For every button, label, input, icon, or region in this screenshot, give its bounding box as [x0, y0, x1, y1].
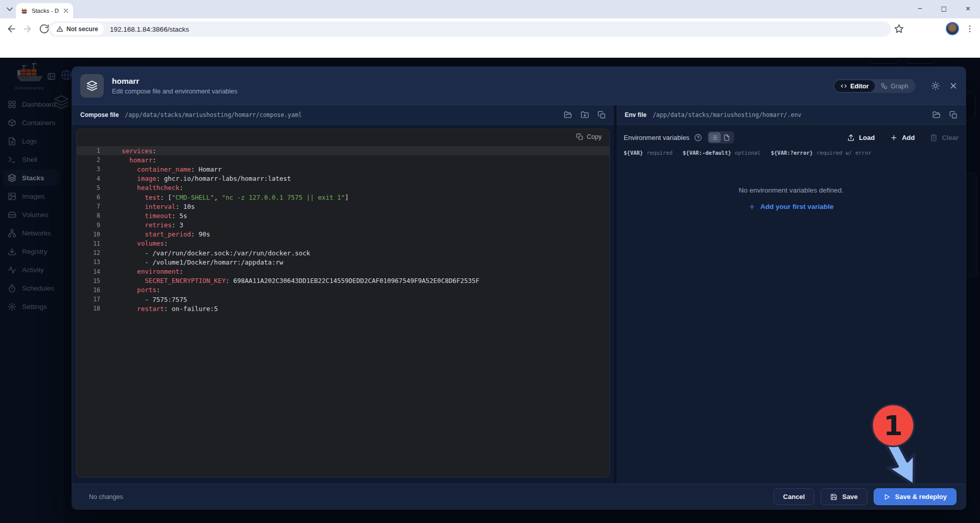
load-label: Load	[859, 134, 875, 141]
cancel-label: Cancel	[783, 493, 805, 501]
code-line[interactable]: 11 volumes:	[77, 239, 609, 248]
code-line[interactable]: 1services:	[77, 146, 609, 155]
theme-sun-icon[interactable]	[931, 81, 940, 90]
editor-view-button[interactable]: Editor	[834, 80, 875, 92]
code-line[interactable]: 5 healthcheck:	[77, 183, 609, 193]
security-label: Not secure	[66, 26, 98, 33]
modal-title: homarr	[112, 77, 237, 86]
code-line[interactable]: 16 ports:	[77, 286, 609, 295]
code-line[interactable]: 14 environment:	[77, 267, 609, 276]
save-redeploy-button[interactable]: Save & redeploy	[874, 488, 956, 505]
save-icon	[830, 493, 837, 501]
browser-toolbar: Not secure 192.168.1.84:3866/stacks	[0, 18, 980, 40]
help-icon[interactable]	[694, 134, 702, 141]
code-line[interactable]: 4 image: ghcr.io/homarr-labs/homarr:late…	[77, 174, 609, 183]
env-section-title: Environment variables	[624, 134, 690, 141]
env-file-label: Env file	[625, 111, 647, 118]
code-line[interactable]: 8 timeout: 5s	[77, 211, 609, 220]
env-file-path: /app/data/stacks/mariushosting/homarr/.e…	[653, 111, 802, 118]
code-text: image: ghcr.io/homarr-labs/homarr:latest	[122, 175, 291, 182]
back-icon[interactable]	[6, 23, 17, 34]
modal-close-icon[interactable]	[949, 81, 958, 90]
code-line[interactable]: 9 retries: 3	[77, 221, 609, 230]
code-line[interactable]: 17 - 7575:7575	[77, 295, 609, 304]
browser-chrome: Stacks - D ─ □ ✕ Not secure 192.168.1.84…	[0, 0, 980, 58]
code-line[interactable]: 2 homarr:	[77, 155, 609, 164]
code-text: volumes:	[122, 240, 168, 247]
tab-title: Stacks - D	[32, 8, 62, 14]
copy-path-icon[interactable]	[598, 111, 606, 119]
add-first-variable-button[interactable]: Add your first variable	[748, 203, 833, 210]
code-line[interactable]: 15 SECRET_ENCRYPTION_KEY: 698AA11A202C30…	[77, 276, 609, 286]
code-line[interactable]: 3 container_name: Homarr	[77, 164, 609, 174]
code-line[interactable]: 13 - /volume1/Docker/homarr:/appdata:rw	[77, 257, 609, 267]
line-number: 2	[77, 156, 100, 163]
modal-subtitle: Edit compose file and environment variab…	[112, 88, 237, 95]
env-legend-item: ${VAR:-default}optional	[683, 150, 761, 156]
line-number: 8	[77, 212, 100, 219]
code-line[interactable]: 7 interval: 10s	[77, 202, 609, 211]
env-copy-path-icon[interactable]	[949, 111, 958, 119]
reload-icon[interactable]	[39, 23, 50, 34]
env-empty-text: No environment variables defined.	[617, 186, 966, 194]
window-close-button[interactable]: ✕	[956, 0, 980, 17]
address-bar[interactable]: Not secure 192.168.1.84:3866/stacks	[49, 21, 891, 37]
clear-label: Clear	[942, 134, 959, 141]
window-minimize-button[interactable]: ─	[908, 0, 932, 17]
code-text: timeout: 5s	[122, 212, 187, 220]
code-text: - 7575:7575	[122, 296, 187, 303]
line-number: 13	[77, 258, 100, 266]
code-line[interactable]: 18 restart: on-failure:5	[77, 304, 609, 313]
code-line[interactable]: 10 start_period: 90s	[77, 230, 609, 239]
save-redeploy-label: Save & redeploy	[895, 493, 947, 501]
security-chip[interactable]: Not secure	[51, 23, 104, 35]
code-icon	[840, 83, 847, 89]
open-folder-icon[interactable]	[564, 111, 572, 119]
trash-icon	[930, 134, 938, 141]
clear-button[interactable]: Clear	[930, 134, 959, 141]
copy-code-button[interactable]: Copy	[576, 133, 602, 140]
code-line[interactable]: 12 - /var/run/docker.sock:/var/run/docke…	[77, 248, 609, 257]
editor-view-label: Editor	[850, 83, 869, 90]
code-text: - /var/run/docker.sock:/var/run/docker.s…	[122, 249, 310, 257]
line-number: 18	[77, 305, 100, 312]
env-raw-view-button[interactable]	[721, 132, 733, 142]
env-list-view-button[interactable]	[709, 132, 721, 142]
file-icon	[723, 134, 730, 141]
save-button[interactable]: Save	[821, 488, 867, 505]
window-maximize-button[interactable]: □	[932, 0, 956, 17]
code-line[interactable]: 6 test: ["CMD-SHELL", "nc -z 127.0.0.1 7…	[77, 193, 609, 202]
compose-file-path: /app/data/stacks/mariushosting/homarr/co…	[125, 111, 302, 118]
profile-avatar[interactable]	[946, 22, 959, 35]
window-controls: ─ □ ✕	[908, 0, 980, 17]
cancel-button[interactable]: Cancel	[773, 488, 815, 505]
menu-dots-icon[interactable]	[965, 23, 974, 34]
line-number: 11	[77, 240, 100, 247]
env-toolbar: Environment variables Load Add	[617, 125, 966, 144]
env-open-folder-icon[interactable]	[932, 111, 941, 119]
env-subheader: Env file /app/data/stacks/mariushosting/…	[617, 105, 966, 125]
save-to-folder-icon[interactable]	[581, 111, 589, 119]
code-text: start_period: 90s	[122, 230, 210, 238]
add-label: Add	[902, 134, 915, 141]
load-button[interactable]: Load	[847, 134, 875, 141]
yaml-editor: Copy 1services:2 homarr:3 container_name…	[76, 129, 610, 478]
tab-close-icon[interactable]	[62, 7, 70, 14]
add-variable-button[interactable]: Add	[890, 134, 915, 141]
line-number: 9	[77, 222, 100, 229]
browser-tab[interactable]: Stacks - D	[16, 3, 73, 18]
compose-file-label: Compose file	[80, 111, 119, 118]
url-text: 192.168.1.84:3866/stacks	[110, 26, 189, 33]
code-area[interactable]: 1services:2 homarr:3 container_name: Hom…	[77, 145, 609, 477]
stacks-icon	[86, 80, 98, 91]
graph-view-button[interactable]: Graph	[875, 80, 915, 92]
code-text: ports:	[122, 286, 160, 294]
upload-icon	[847, 134, 855, 141]
compose-panel: Compose file /app/data/stacks/mariushost…	[72, 105, 617, 484]
bookmark-star-icon[interactable]	[894, 23, 904, 34]
code-text: - /volume1/Docker/homarr:/appdata:rw	[122, 258, 283, 266]
env-view-toggle	[708, 131, 734, 144]
code-text: test: ["CMD-SHELL", "nc -z 127.0.0.1 757…	[122, 194, 349, 201]
tab-search-caret-icon[interactable]	[5, 4, 15, 14]
plus-icon	[748, 203, 756, 210]
